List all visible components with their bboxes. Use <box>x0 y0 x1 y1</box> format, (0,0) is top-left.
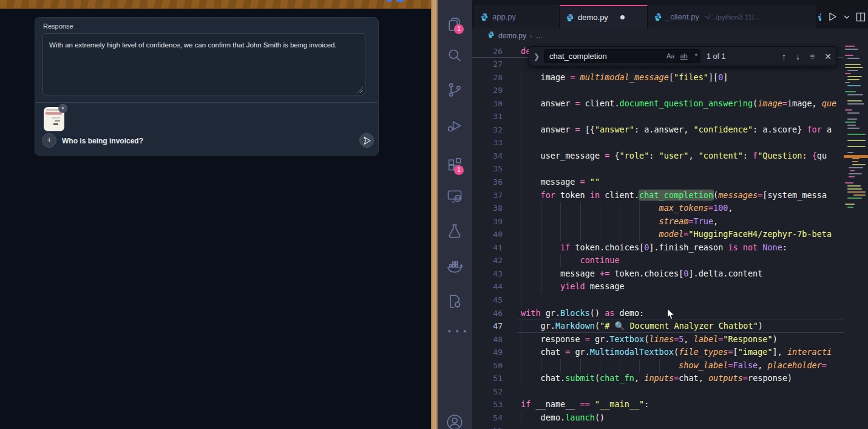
code-editor[interactable]: 26def chat_fn(multimodal_message):2728 i… <box>472 43 844 429</box>
line-number: 45 <box>472 293 503 307</box>
line-number: 50 <box>472 359 503 372</box>
code-line: 51 chat.submit(chat_fn, inputs=chat, out… <box>472 372 844 385</box>
remove-image-button[interactable]: × <box>58 104 67 113</box>
indent-guide <box>521 162 521 176</box>
indent-guide <box>521 84 521 97</box>
titlebar-chip <box>387 0 392 2</box>
find-in-selection-button[interactable]: ≡ <box>810 52 815 61</box>
line-number: 52 <box>472 385 503 399</box>
minimap-line <box>845 91 856 92</box>
minimap-line <box>847 197 862 199</box>
card-divider <box>35 102 378 103</box>
resize-handle[interactable] <box>358 88 363 93</box>
python-icon <box>654 13 662 21</box>
code-line: 32 answer = [{"answer": a.answer, "confi… <box>472 123 844 137</box>
code-line: 33 <box>472 136 844 149</box>
code-line: 54 demo.launch() <box>472 411 844 425</box>
code-line: 44 yield message <box>472 280 844 293</box>
regex-toggle[interactable]: .* <box>693 50 697 63</box>
toggle-replace-chevron-icon[interactable]: ❯ <box>529 52 544 61</box>
previous-match-button[interactable]: ↑ <box>782 52 786 61</box>
minimap-line <box>847 85 861 86</box>
source-control-icon[interactable] <box>446 81 463 98</box>
code-line: 35 <box>472 162 844 176</box>
minimap-line <box>847 185 861 187</box>
minimap-line <box>847 207 853 208</box>
line-number: 38 <box>472 202 503 215</box>
code-line: 48 response = gr.Textbox(lines=5, label=… <box>472 333 844 346</box>
docker-icon[interactable] <box>446 258 463 275</box>
line-number: 44 <box>472 280 503 293</box>
minimap-line <box>847 70 858 71</box>
whole-word-toggle[interactable]: ab <box>680 50 687 63</box>
line-number: 40 <box>472 228 503 241</box>
minimap-line <box>847 191 866 193</box>
minimap-line <box>847 128 860 129</box>
tab-app-py[interactable]: app.py <box>474 5 560 29</box>
code-line: 42 continue <box>472 254 844 267</box>
tab-label: demo.py <box>578 13 608 22</box>
run-debug-icon[interactable] <box>446 117 463 134</box>
account-icon[interactable] <box>446 414 463 429</box>
breadcrumb-separator: › <box>530 32 532 39</box>
minimap-line <box>845 182 853 184</box>
line-number: 30 <box>472 97 503 111</box>
code-line: 46with gr.Blocks() as demo: <box>472 307 844 320</box>
minimap-line <box>847 58 860 59</box>
vscode-window: 1 1 <box>438 0 868 429</box>
breadcrumb-file[interactable]: demo.py <box>498 32 526 40</box>
line-number: 29 <box>472 84 503 97</box>
minimap-line <box>847 118 857 120</box>
line-number: 26 <box>472 45 503 58</box>
code-line: 49 chat = gr.MultimodalTextbox(file_type… <box>472 346 844 359</box>
tab-client-py[interactable]: _client.py ~/.../python3.11/... <box>648 5 816 29</box>
code-line: 50 show_label=False, placeholder= <box>472 359 844 372</box>
code-line: 45 <box>472 293 844 307</box>
minimap-line <box>849 173 862 174</box>
minimap-line <box>845 67 863 68</box>
question-input-text[interactable]: Who is being invoiced? <box>62 137 143 145</box>
file-gear-icon[interactable] <box>446 293 463 310</box>
line-number: 47 <box>472 320 503 333</box>
minimap-line <box>847 188 862 190</box>
code-line: 28 image = multimodal_message["files"][0… <box>472 71 844 84</box>
send-button[interactable] <box>359 133 374 148</box>
close-find-button[interactable]: ✕ <box>824 52 832 61</box>
code-line: 31 <box>472 110 844 123</box>
line-number: 39 <box>472 215 503 228</box>
line-number: 46 <box>472 307 503 320</box>
line-number: 53 <box>472 398 503 411</box>
tab-demo-py[interactable]: demo.py <box>560 5 648 29</box>
code-line: 29 <box>472 84 844 97</box>
breadcrumb: demo.py › … <box>472 29 868 43</box>
run-dropdown-chevron-icon[interactable] <box>844 15 850 19</box>
minimap-line <box>845 46 855 47</box>
attach-file-button[interactable]: + <box>42 133 56 148</box>
minimap[interactable] <box>844 43 868 429</box>
next-match-button[interactable]: ↓ <box>796 52 800 61</box>
line-number: 55 <box>472 424 503 429</box>
match-count: 1 of 1 <box>707 52 725 61</box>
minimap-line <box>847 125 856 126</box>
python-icon <box>480 13 489 21</box>
breadcrumb-symbol[interactable]: … <box>536 32 543 40</box>
find-input[interactable]: chat_completion Aa ab .* <box>544 49 700 63</box>
activity-bar: 1 1 <box>438 0 472 429</box>
code-line: 36 message = "" <box>472 176 844 189</box>
search-icon[interactable] <box>446 47 463 64</box>
response-textarea[interactable]: With an extremely high level of confiden… <box>42 33 365 95</box>
more-actions-icon[interactable]: • • • <box>448 326 465 343</box>
unsaved-changes-dot[interactable] <box>620 15 625 19</box>
testing-icon[interactable] <box>446 222 463 239</box>
minimap-line <box>845 109 852 111</box>
split-editor-button[interactable] <box>856 12 866 22</box>
remote-explorer-icon[interactable] <box>446 188 463 205</box>
match-case-toggle[interactable]: Aa <box>666 50 674 63</box>
line-number: 54 <box>472 411 503 425</box>
line-number: 33 <box>472 136 503 149</box>
mouse-cursor <box>666 308 675 320</box>
line-number: 34 <box>472 149 503 163</box>
line-number: 28 <box>472 71 503 84</box>
run-file-button[interactable] <box>827 12 838 22</box>
minimap-line <box>845 122 856 123</box>
